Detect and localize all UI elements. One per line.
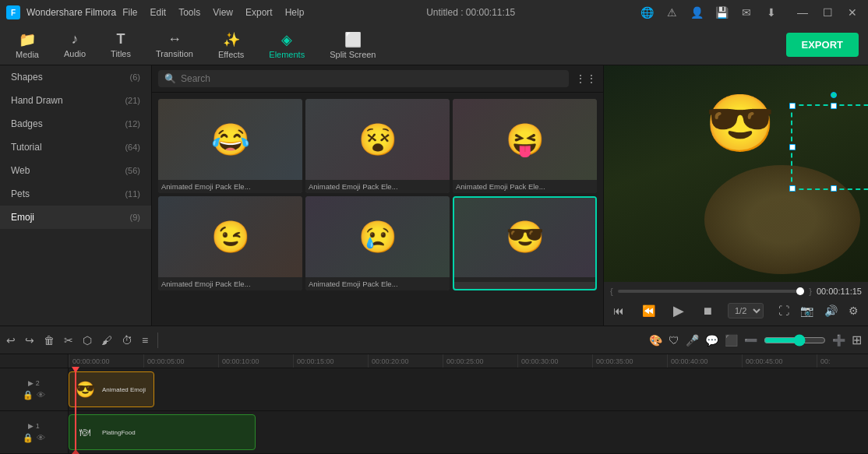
maximize-icon[interactable]: ☐ — [818, 6, 837, 19]
window-title: Untitled : 00:00:11:15 — [426, 7, 515, 18]
zoom-in-button[interactable]: ➕ — [832, 334, 845, 347]
crop-button[interactable]: ⬡ — [83, 334, 92, 347]
quality-select[interactable]: 1/2 — [728, 303, 764, 319]
sidebar-item-handdrawn[interactable]: Hand Drawn (21) — [0, 89, 151, 112]
ruler-mark-0: 00:00:00:00 — [69, 354, 143, 368]
frame-back-button[interactable]: ⏪ — [639, 303, 658, 319]
grid-item-3[interactable]: 😝 Animated Emoji Pack Ele... — [453, 99, 597, 193]
zoom-slider[interactable] — [764, 334, 826, 347]
snapshot-button[interactable]: 📷 — [797, 303, 817, 319]
sidebar-item-tutorial[interactable]: Tutorial (64) — [0, 135, 151, 159]
toolbar-label-splitscreen: Split Screen — [330, 50, 376, 59]
track-headers: ▶ 2 🔒 👁 ▶ 1 🔒 👁 — [0, 354, 69, 454]
toolbar-label-elements: Elements — [269, 50, 305, 59]
toolbar-item-transition[interactable]: ↔ Transition — [143, 28, 206, 62]
grid-thumb-3: 😝 — [453, 99, 597, 180]
fit-button[interactable]: ⊞ — [852, 333, 862, 347]
grid-label-6 — [454, 277, 595, 282]
sidebar-count-emoji: (9) — [130, 213, 140, 222]
zoom-out-button[interactable]: ➖ — [744, 334, 757, 347]
grid-view-toggle[interactable]: ⋮⋮ — [575, 72, 597, 85]
color-button[interactable]: 🎨 — [649, 334, 662, 347]
ruler-mark-5: 00:00:25:00 — [443, 354, 517, 368]
menu-item-tools[interactable]: Tools — [178, 7, 200, 18]
mail-icon[interactable]: ✉ — [737, 6, 756, 19]
track1-visible[interactable]: 👁 — [37, 390, 45, 400]
download-icon[interactable]: ⬇ — [762, 6, 781, 19]
track2-lock[interactable]: 🔒 — [23, 433, 34, 443]
mic-button[interactable]: 🎤 — [686, 334, 699, 347]
volume-button[interactable]: 🔊 — [821, 303, 841, 319]
sidebar-item-shapes[interactable]: Shapes (6) — [0, 65, 151, 89]
undo-button[interactable]: ↩ — [6, 334, 16, 347]
toolbar-item-audio[interactable]: ♪ Audio — [51, 28, 98, 62]
toolbar-item-media[interactable]: 📁 Media — [3, 28, 51, 62]
emoji-clip[interactable]: 😎 Animated Emoji — [69, 371, 154, 407]
menu-item-help[interactable]: Help — [285, 7, 305, 18]
subtitle-button[interactable]: 💬 — [705, 334, 718, 347]
delete-button[interactable]: 🗑 — [44, 334, 55, 347]
selected-element-container[interactable]: 😎 — [697, 83, 785, 170]
toolbar-label-audio: Audio — [64, 49, 86, 58]
sidebar-item-web[interactable]: Web (56) — [0, 159, 151, 182]
search-box[interactable]: 🔍 — [158, 70, 569, 87]
content-grid: 😂 Animated Emoji Pack Ele... 😵 Animated … — [152, 93, 603, 297]
close-icon[interactable]: ✕ — [843, 6, 862, 19]
save-icon[interactable]: 💾 — [712, 6, 731, 19]
paint-button[interactable]: 🖌 — [101, 334, 112, 347]
menu-item-view[interactable]: View — [213, 7, 233, 18]
settings-button[interactable]: ⚙ — [845, 303, 862, 319]
export-button[interactable]: EXPORT — [786, 33, 859, 57]
skip-back-button[interactable]: ⏮ — [610, 303, 627, 319]
track2-visible[interactable]: 👁 — [37, 433, 45, 443]
play-button[interactable]: ▶ — [670, 301, 687, 321]
grid-item-1[interactable]: 😂 Animated Emoji Pack Ele... — [158, 99, 302, 193]
grid-item-2[interactable]: 😵 Animated Emoji Pack Ele... — [305, 99, 450, 193]
track1-content: 😎 Animated Emoji — [69, 368, 868, 411]
sidebar-count-badges: (12) — [125, 119, 140, 128]
playhead[interactable] — [75, 368, 76, 454]
menu-item-export[interactable]: Export — [245, 7, 273, 18]
grid-item-5[interactable]: 😢 Animated Emoji Pack Ele... — [305, 196, 450, 290]
video-clip[interactable]: 🍽 PlatingFood — [69, 414, 256, 450]
redo-button[interactable]: ↪ — [25, 334, 34, 347]
audio-mix-button[interactable]: ≡ — [142, 334, 148, 347]
ruler-mark-4: 00:00:20:00 — [368, 354, 443, 368]
toolbar-item-splitscreen[interactable]: ⬜ Split Screen — [317, 28, 388, 62]
grid-label-4: Animated Emoji Pack Ele... — [158, 277, 302, 290]
playhead-head — [72, 367, 79, 373]
grid-item-6[interactable]: 😎 — [453, 196, 597, 290]
sidebar-item-badges[interactable]: Badges (12) — [0, 112, 151, 135]
user-icon[interactable]: 👤 — [687, 6, 706, 19]
menu-item-file[interactable]: File — [122, 7, 137, 18]
timeline-toolbar: ↩ ↪ 🗑 ✂ ⬡ 🖌 ⏱ ≡ 🎨 🛡 🎤 💬 ⬛ ➖ ➕ ⊞ — [0, 326, 868, 354]
sidebar-item-pets[interactable]: Pets (11) — [0, 182, 151, 206]
speed-button[interactable]: ⏱ — [122, 334, 132, 347]
video-clip-label: PlatingFood — [101, 428, 137, 438]
ruler-mark-6: 00:00:30:00 — [517, 354, 592, 368]
cut-button[interactable]: ✂ — [64, 334, 73, 347]
fullscreen-button[interactable]: ⛶ — [775, 303, 792, 319]
ruler-mark-1: 00:00:05:00 — [143, 354, 218, 368]
grid-thumb-5: 😢 — [305, 196, 450, 277]
progress-bar[interactable] — [618, 290, 805, 293]
menu-item-edit[interactable]: Edit — [150, 7, 167, 18]
ruler-mark-3: 00:00:15:00 — [293, 354, 368, 368]
ruler-header-spacer — [0, 354, 68, 368]
grid-item-4[interactable]: 😉 Animated Emoji Pack Ele... — [158, 196, 302, 290]
sidebar-item-emoji[interactable]: Emoji (9) — [0, 206, 151, 229]
minimize-icon[interactable]: — — [793, 6, 812, 19]
titlebar: F Wondershare Filmora FileEditToolsViewE… — [0, 0, 868, 25]
track1-lock[interactable]: 🔒 — [23, 390, 34, 400]
pip-button[interactable]: ⬛ — [725, 334, 738, 347]
progress-thumb[interactable] — [796, 287, 804, 295]
toolbar-item-elements[interactable]: ◈ Elements — [256, 28, 317, 62]
toolbar-item-titles[interactable]: T Titles — [98, 28, 143, 62]
search-input[interactable] — [181, 73, 563, 84]
grid-label-5: Animated Emoji Pack Ele... — [305, 277, 450, 290]
profile-icon[interactable]: 🌐 — [637, 6, 656, 19]
toolbar-item-effects[interactable]: ✨ Effects — [206, 28, 256, 62]
stop-button[interactable]: ⏹ — [699, 303, 716, 319]
shield-button[interactable]: 🛡 — [669, 334, 679, 347]
alert-icon[interactable]: ⚠ — [662, 6, 681, 19]
